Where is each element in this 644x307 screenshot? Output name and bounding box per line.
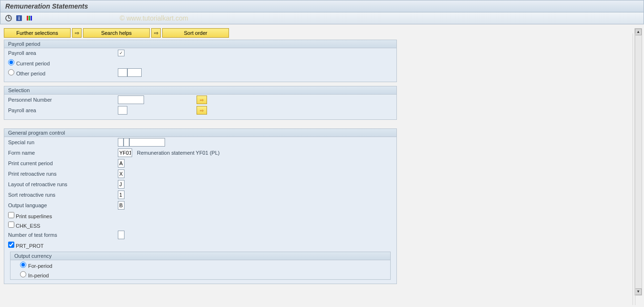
current-period-radio[interactable]: Current period <box>8 59 118 66</box>
print-current-label: Print current period <box>8 160 118 166</box>
other-period-input-1[interactable] <box>118 68 127 77</box>
print-retro-label: Print retroactive runs <box>8 171 118 177</box>
output-currency-group: Output currency For-period In-period <box>10 252 391 280</box>
special-run-input-3[interactable] <box>129 138 165 147</box>
selection-group: Selection Personnel Number ⇨ Payroll are… <box>4 86 397 120</box>
payroll-area-checkbox[interactable]: ✓ <box>118 50 125 56</box>
execute-icon[interactable] <box>4 14 13 22</box>
toolbar: i © www.tutorialkart.com <box>0 12 644 24</box>
form-name-input[interactable] <box>118 148 132 157</box>
personnel-number-label: Personnel Number <box>8 97 118 103</box>
prt-prot-checkbox[interactable]: PRT_PROT <box>8 242 44 249</box>
other-period-input-2[interactable] <box>127 68 142 77</box>
layout-retro-input[interactable] <box>118 180 125 189</box>
output-lang-label: Output language <box>8 202 118 208</box>
watermark: © www.tutorialkart.com <box>120 14 188 22</box>
page-title: Remuneration Statements <box>0 0 644 12</box>
general-program-control-group: General program control Special run Form… <box>4 128 397 284</box>
arrow-icon[interactable]: ⇨ <box>72 28 82 38</box>
payroll-period-group: Payroll period Payroll area ✓ Current pe… <box>4 40 397 82</box>
output-lang-input[interactable] <box>118 201 125 210</box>
vertical-scrollbar[interactable]: ▲ ▼ <box>634 28 642 296</box>
further-selections-button[interactable]: Further selections <box>4 28 71 38</box>
group-title: Output currency <box>10 252 390 260</box>
special-run-label: Special run <box>8 139 118 145</box>
group-title: General program control <box>4 129 396 137</box>
personnel-number-input[interactable] <box>118 95 144 104</box>
sort-order-button[interactable]: Sort order <box>162 28 229 38</box>
group-title: Payroll period <box>4 40 396 48</box>
arrow-icon[interactable]: ⇨ <box>151 28 161 38</box>
scroll-up-icon[interactable]: ▲ <box>635 29 642 35</box>
svg-rect-3 <box>27 16 28 21</box>
payroll-area-label: Payroll area <box>8 107 118 113</box>
special-run-input-1[interactable] <box>118 138 124 147</box>
payroll-area-label: Payroll area <box>8 50 118 56</box>
form-name-label: Form name <box>8 150 118 156</box>
num-test-input[interactable] <box>118 231 125 239</box>
chk-ess-checkbox[interactable]: CHK_ESS <box>8 222 40 229</box>
print-retro-input[interactable] <box>118 169 125 178</box>
special-run-input-2[interactable] <box>124 138 129 147</box>
payroll-area-input[interactable] <box>118 106 127 115</box>
in-period-radio[interactable]: In-period <box>20 271 49 278</box>
color-bars-icon[interactable] <box>25 14 34 22</box>
multi-select-icon[interactable]: ⇨ <box>197 95 207 104</box>
svg-rect-5 <box>31 16 32 21</box>
selection-buttons-row: Further selections ⇨ Search helps ⇨ Sort… <box>4 28 397 38</box>
for-period-radio[interactable]: For-period <box>20 262 52 269</box>
print-current-input[interactable] <box>118 159 125 168</box>
scroll-down-icon[interactable]: ▼ <box>635 288 642 295</box>
sort-retro-input[interactable] <box>118 191 125 199</box>
panel-divider <box>633 33 635 296</box>
svg-rect-4 <box>29 16 30 21</box>
print-superlines-checkbox[interactable]: Print superlines <box>8 212 52 219</box>
form-name-description: Remuneration statement YF01 (PL) <box>137 150 219 156</box>
sort-retro-label: Sort retroactive runs <box>8 192 118 198</box>
num-test-label: Number of test forms <box>8 232 118 238</box>
multi-select-icon[interactable]: ⇨ <box>197 106 207 115</box>
svg-text:i: i <box>19 16 20 21</box>
other-period-radio[interactable]: Other period <box>8 69 118 76</box>
group-title: Selection <box>4 86 396 95</box>
layout-retro-label: Layout of retroactive runs <box>8 181 118 187</box>
search-helps-button[interactable]: Search helps <box>83 28 150 38</box>
info-icon[interactable]: i <box>15 14 23 22</box>
